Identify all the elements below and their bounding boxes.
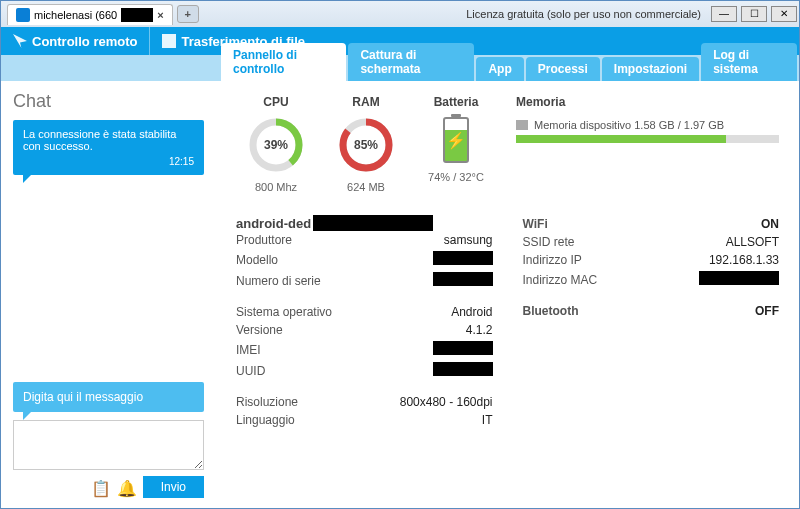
cpu-gauge: CPU 39% 800 Mhz <box>236 95 316 193</box>
memory-chip-icon <box>516 120 528 130</box>
ram-gauge: RAM 85% 624 MB <box>326 95 406 193</box>
file-transfer-icon <box>162 34 176 48</box>
license-text: Licenza gratuita (solo per uso non comme… <box>466 8 701 20</box>
minimize-button[interactable]: — <box>711 6 737 22</box>
chat-input[interactable] <box>13 420 204 470</box>
redacted <box>121 8 153 22</box>
ram-donut: 85% <box>338 117 394 173</box>
redacted <box>699 271 779 285</box>
tab-title: michelenasi (660 <box>34 9 117 21</box>
device-column: android-ded Produttoresamsung Modello Nu… <box>236 215 493 429</box>
ram-sub: 624 MB <box>326 181 406 193</box>
dashboard-content: CPU 39% 800 Mhz RAM 85% 624 MB Batteria … <box>216 81 799 508</box>
tab-syslog[interactable]: Log di sistema <box>701 43 797 81</box>
redacted <box>313 215 433 231</box>
redacted <box>433 362 493 376</box>
close-button[interactable]: ✕ <box>771 6 797 22</box>
cpu-sub: 800 Mhz <box>236 181 316 193</box>
memory-label: Memoria <box>516 95 779 109</box>
chat-heading: Chat <box>13 91 204 112</box>
close-tab-icon[interactable]: × <box>157 9 163 21</box>
ram-label: RAM <box>326 95 406 109</box>
battery-icon: ⚡ <box>443 117 469 163</box>
cpu-label: CPU <box>236 95 316 109</box>
window-tab[interactable]: michelenasi (660 × <box>7 4 173 25</box>
tab-processes[interactable]: Processi <box>526 57 600 81</box>
chat-message-time: 12:15 <box>23 156 194 167</box>
tab-app[interactable]: App <box>476 57 523 81</box>
network-column: WiFiON SSID reteALLSOFT Indirizzo IP192.… <box>523 215 780 429</box>
chat-input-hint: Digita qui il messaggio <box>13 382 204 412</box>
redacted <box>433 272 493 286</box>
memory-block: Memoria Memoria dispositivo 1.58 GB / 1.… <box>516 95 779 143</box>
memory-bar <box>516 135 779 143</box>
app-icon <box>16 8 30 22</box>
cpu-pct: 39% <box>248 117 304 173</box>
clipboard-icon[interactable]: 📋 <box>91 479 107 495</box>
memory-text: Memoria dispositivo 1.58 GB / 1.97 GB <box>534 119 724 131</box>
battery-gauge: Batteria ⚡ 74% / 32°C <box>416 95 496 183</box>
cursor-icon <box>13 34 27 48</box>
redacted <box>433 251 493 265</box>
remote-control-button[interactable]: Controllo remoto <box>1 27 150 55</box>
chat-message-text: La connessione è stata stabilita con suc… <box>23 128 177 152</box>
send-button[interactable]: Invio <box>143 476 204 498</box>
tab-settings[interactable]: Impostazioni <box>602 57 699 81</box>
chat-panel: Chat La connessione è stata stabilita co… <box>1 81 216 508</box>
redacted <box>433 341 493 355</box>
new-tab-button[interactable]: + <box>177 5 199 23</box>
nudge-icon[interactable]: 🔔 <box>117 479 133 495</box>
main-tabs: Pannello di controllo Cattura di scherma… <box>1 55 799 81</box>
cpu-donut: 39% <box>248 117 304 173</box>
battery-sub: 74% / 32°C <box>416 171 496 183</box>
titlebar: michelenasi (660 × + Licenza gratuita (s… <box>1 1 799 27</box>
maximize-button[interactable]: ☐ <box>741 6 767 22</box>
ram-pct: 85% <box>338 117 394 173</box>
device-name: android-ded <box>236 215 493 231</box>
battery-label: Batteria <box>416 95 496 109</box>
chat-message: La connessione è stata stabilita con suc… <box>13 120 204 175</box>
tab-dashboard[interactable]: Pannello di controllo <box>221 43 346 81</box>
remote-label: Controllo remoto <box>32 34 137 49</box>
tab-screenshot[interactable]: Cattura di schermata <box>348 43 474 81</box>
